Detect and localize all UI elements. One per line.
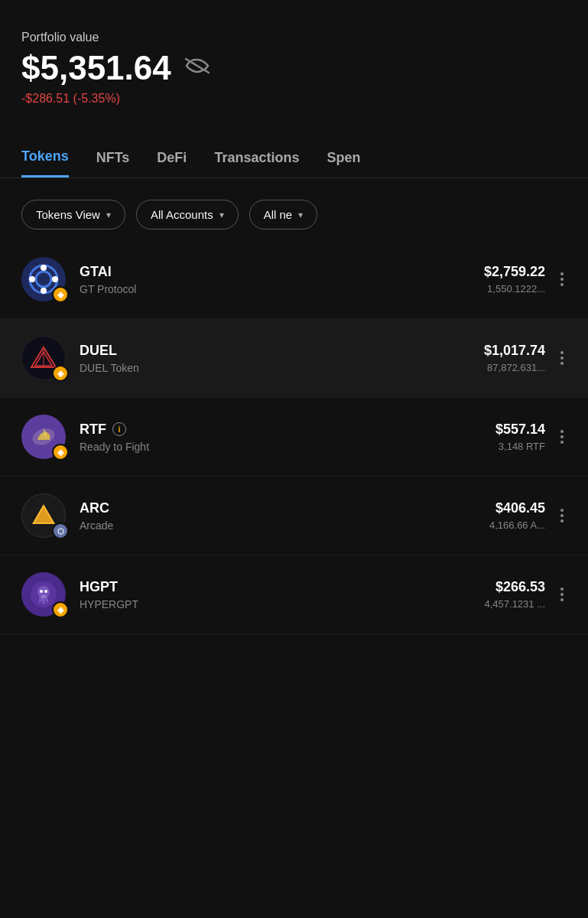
token-icon: ⬡ bbox=[21, 493, 66, 538]
tab-transactions[interactable]: Transactions bbox=[214, 150, 299, 177]
filter-bar: Tokens View ▾ All Accounts ▾ All ne ▾ bbox=[0, 178, 588, 240]
token-icon: ◈ bbox=[21, 336, 66, 380]
token-full-name: DUEL Token bbox=[80, 362, 484, 374]
tokens-view-label: Tokens View bbox=[36, 208, 100, 221]
token-usd-value: $1,017.74 bbox=[484, 343, 545, 359]
all-accounts-chevron: ▾ bbox=[219, 210, 224, 220]
token-values: $266.53 4,457.1231 ... bbox=[484, 579, 545, 610]
svg-point-5 bbox=[52, 276, 58, 282]
token-amount: 4,166.66 A... bbox=[489, 519, 545, 531]
token-info-icon[interactable]: i bbox=[112, 422, 126, 436]
hide-value-icon[interactable] bbox=[184, 57, 211, 80]
all-networks-label: All ne bbox=[264, 208, 293, 221]
all-networks-button[interactable]: All ne ▾ bbox=[249, 200, 318, 230]
portfolio-value-row: $5,351.64 bbox=[21, 49, 567, 87]
token-full-name: HYPERGPT bbox=[80, 598, 484, 610]
portfolio-value: $5,351.64 bbox=[21, 49, 171, 87]
token-amount: 3,148 RTF bbox=[495, 441, 545, 452]
token-more-button[interactable] bbox=[557, 348, 567, 368]
token-usd-value: $406.45 bbox=[489, 500, 545, 516]
token-values: $1,017.74 87,872.631... bbox=[484, 343, 545, 373]
tab-defi[interactable]: DeFi bbox=[157, 150, 187, 177]
svg-rect-16 bbox=[41, 595, 46, 598]
token-symbol: DUEL bbox=[80, 343, 117, 359]
token-row: ◈ DUEL DUEL Token $1,017.74 87,872.631..… bbox=[0, 319, 588, 398]
token-info: RTF i Ready to Fight bbox=[80, 422, 495, 453]
token-full-name: Arcade bbox=[80, 519, 489, 532]
token-usd-value: $2,759.22 bbox=[484, 264, 545, 280]
tokens-view-chevron: ▾ bbox=[106, 210, 111, 220]
tab-nfts[interactable]: NFTs bbox=[96, 150, 130, 177]
token-row: ◈ HGPT HYPERGPT $266.53 4,457.1231 ... bbox=[0, 555, 588, 634]
token-row: ◈ GTAI GT Protocol $2,759.22 1,550.1222.… bbox=[0, 240, 588, 319]
svg-point-17 bbox=[40, 590, 43, 593]
all-networks-chevron: ▾ bbox=[298, 210, 303, 220]
token-symbol: RTF bbox=[80, 422, 106, 438]
svg-point-18 bbox=[44, 590, 47, 593]
token-row: ⬡ ARC Arcade $406.45 4,166.66 A... bbox=[0, 477, 588, 555]
token-more-button[interactable] bbox=[557, 269, 567, 289]
token-amount: 1,550.1222... bbox=[484, 283, 545, 295]
token-amount: 87,872.631... bbox=[484, 362, 545, 373]
token-name-row: RTF i bbox=[80, 422, 495, 438]
token-more-button[interactable] bbox=[557, 584, 567, 604]
token-symbol: HGPT bbox=[80, 579, 118, 595]
svg-point-4 bbox=[29, 276, 35, 282]
token-info: DUEL DUEL Token bbox=[80, 343, 484, 374]
token-values: $2,759.22 1,550.1222... bbox=[484, 264, 545, 295]
token-info: GTAI GT Protocol bbox=[80, 264, 484, 295]
all-accounts-label: All Accounts bbox=[151, 208, 213, 221]
token-list: ◈ GTAI GT Protocol $2,759.22 1,550.1222.… bbox=[0, 240, 588, 634]
tab-spend[interactable]: Spen bbox=[326, 150, 360, 177]
token-amount: 4,457.1231 ... bbox=[484, 598, 545, 610]
token-icon: ◈ bbox=[21, 257, 66, 301]
token-name-row: HGPT bbox=[80, 579, 484, 595]
token-full-name: GT Protocol bbox=[80, 283, 484, 295]
token-name-row: GTAI bbox=[80, 264, 484, 280]
token-name-row: DUEL bbox=[80, 343, 484, 359]
token-icon: ◈ bbox=[21, 572, 66, 617]
all-accounts-button[interactable]: All Accounts ▾ bbox=[136, 200, 239, 230]
tab-tokens[interactable]: Tokens bbox=[21, 148, 69, 177]
token-info: ARC Arcade bbox=[80, 500, 489, 532]
token-icon: ◈ bbox=[21, 415, 66, 459]
token-symbol: ARC bbox=[80, 500, 109, 516]
token-row: ◈ RTF i Ready to Fight $557.14 3,148 RTF bbox=[0, 398, 588, 477]
tabs: Tokens NFTs DeFi Transactions Spen bbox=[0, 133, 588, 178]
portfolio-label: Portfolio value bbox=[21, 31, 567, 44]
token-symbol: GTAI bbox=[80, 264, 112, 280]
token-values: $406.45 4,166.66 A... bbox=[489, 500, 545, 531]
svg-point-3 bbox=[41, 288, 47, 294]
svg-point-2 bbox=[41, 265, 47, 271]
token-more-button[interactable] bbox=[557, 427, 567, 447]
header: Portfolio value $5,351.64 -$286.51 (-5.3… bbox=[0, 0, 588, 121]
token-more-button[interactable] bbox=[557, 506, 567, 526]
token-values: $557.14 3,148 RTF bbox=[495, 422, 545, 452]
token-usd-value: $557.14 bbox=[495, 422, 545, 438]
token-usd-value: $266.53 bbox=[484, 579, 545, 595]
tokens-view-button[interactable]: Tokens View ▾ bbox=[21, 200, 125, 230]
token-full-name: Ready to Fight bbox=[80, 441, 495, 453]
token-name-row: ARC bbox=[80, 500, 489, 516]
token-info: HGPT HYPERGPT bbox=[80, 579, 484, 610]
svg-point-1 bbox=[36, 272, 51, 287]
portfolio-change: -$286.51 (-5.35%) bbox=[21, 92, 567, 106]
